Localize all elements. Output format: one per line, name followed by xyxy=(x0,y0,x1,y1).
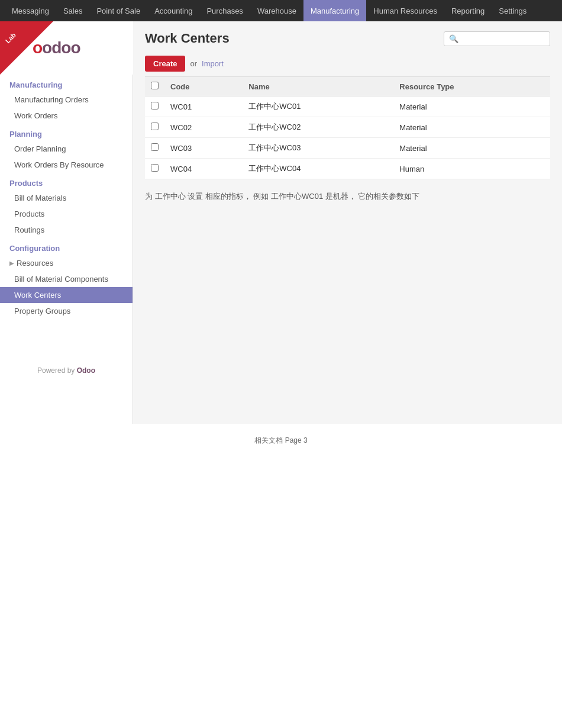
search-box[interactable]: 🔍 xyxy=(444,31,550,46)
table-header-row: Code Name Resource Type xyxy=(145,77,550,96)
row-code: WC04 xyxy=(164,159,243,179)
create-button[interactable]: Create xyxy=(145,56,185,72)
nav-item-settings[interactable]: Settings xyxy=(492,0,534,21)
logo-area: Lab oodoo xyxy=(0,21,133,75)
row-code: WC01 xyxy=(164,96,243,117)
sidebar-section-configuration: Configuration xyxy=(0,238,133,255)
sidebar-item-bill-of-materials[interactable]: Bill of Materials xyxy=(0,190,133,206)
sidebar-item-order-planning[interactable]: Order Planning xyxy=(0,141,133,157)
nav-item-messaging[interactable]: Messaging xyxy=(5,0,56,21)
top-navigation: Messaging Sales Point of Sale Accounting… xyxy=(0,0,562,21)
row-checkbox-cell[interactable] xyxy=(145,138,164,159)
row-checkbox-cell[interactable] xyxy=(145,159,164,179)
row-resource-type: Material xyxy=(393,138,550,159)
sidebar-section-planning: Planning xyxy=(0,124,133,141)
sidebar-section-manufacturing: Manufacturing xyxy=(0,75,133,92)
main-content: Work Centers 🔍 Create or Import Code xyxy=(133,21,562,424)
or-text: or xyxy=(190,59,197,68)
sidebar-item-routings[interactable]: Routings xyxy=(0,222,133,238)
table-row: WC04 工作中心WC04 Human xyxy=(145,159,550,179)
row-checkbox[interactable] xyxy=(151,102,159,109)
nav-item-purchases[interactable]: Purchases xyxy=(199,0,250,21)
col-resource-type: Resource Type xyxy=(393,77,550,96)
page-title: Work Centers xyxy=(145,31,230,46)
sidebar-section-products: Products xyxy=(0,173,133,190)
logo-text: oodoo xyxy=(33,38,80,57)
nav-item-accounting[interactable]: Accounting xyxy=(147,0,199,21)
row-name: 工作中心WC04 xyxy=(243,159,393,179)
nav-item-pos[interactable]: Point of Sale xyxy=(89,0,147,21)
col-code: Code xyxy=(164,77,243,96)
table-wrapper: Code Name Resource Type WC01 工作中心WC01 Ma… xyxy=(133,76,562,179)
row-name: 工作中心WC01 xyxy=(243,96,393,117)
app-container: Lab oodoo Manufacturing Manufacturing Or… xyxy=(0,21,562,424)
row-name: 工作中心WC02 xyxy=(243,117,393,138)
footer-note: 为 工作中心 设置 相应的指标， 例如 工作中心WC01 是机器， 它的相关参数… xyxy=(133,179,562,208)
resources-arrow-icon: ▶ xyxy=(9,260,14,266)
sidebar-item-work-orders[interactable]: Work Orders xyxy=(0,108,133,124)
row-name: 工作中心WC03 xyxy=(243,138,393,159)
nav-item-manufacturing[interactable]: Manufacturing xyxy=(303,0,366,21)
row-checkbox[interactable] xyxy=(151,164,159,172)
select-all-checkbox[interactable] xyxy=(151,82,159,89)
action-bar: Create or Import xyxy=(133,51,562,76)
sidebar-item-manufacturing-orders[interactable]: Manufacturing Orders xyxy=(0,92,133,108)
import-link[interactable]: Import xyxy=(202,59,224,68)
table-row: WC01 工作中心WC01 Material xyxy=(145,96,550,117)
page-header: Work Centers 🔍 xyxy=(133,21,562,51)
work-centers-table: Code Name Resource Type WC01 工作中心WC01 Ma… xyxy=(145,76,550,179)
nav-item-hr[interactable]: Human Resources xyxy=(366,0,444,21)
search-icon: 🔍 xyxy=(449,34,458,43)
nav-item-warehouse[interactable]: Warehouse xyxy=(250,0,303,21)
row-code: WC02 xyxy=(164,117,243,138)
powered-by-footer: Powered by Odoo xyxy=(0,319,133,381)
sidebar-item-resources[interactable]: ▶ Resources xyxy=(0,255,133,271)
sidebar-item-property-groups[interactable]: Property Groups xyxy=(0,303,133,319)
nav-item-sales[interactable]: Sales xyxy=(56,0,90,21)
col-name: Name xyxy=(243,77,393,96)
sidebar-item-work-centers[interactable]: Work Centers xyxy=(0,287,133,303)
row-checkbox-cell[interactable] xyxy=(145,96,164,117)
page-note: 相关文档 Page 3 xyxy=(0,424,562,452)
row-checkbox[interactable] xyxy=(151,123,159,130)
row-checkbox[interactable] xyxy=(151,143,159,151)
col-checkbox xyxy=(145,77,164,96)
row-resource-type: Material xyxy=(393,117,550,138)
sidebar: Lab oodoo Manufacturing Manufacturing Or… xyxy=(0,21,133,424)
sidebar-item-work-orders-by-resource[interactable]: Work Orders By Resource xyxy=(0,157,133,173)
row-checkbox-cell[interactable] xyxy=(145,117,164,138)
search-input[interactable] xyxy=(461,34,544,43)
sidebar-item-products[interactable]: Products xyxy=(0,206,133,222)
table-row: WC03 工作中心WC03 Material xyxy=(145,138,550,159)
row-code: WC03 xyxy=(164,138,243,159)
row-resource-type: Material xyxy=(393,96,550,117)
row-resource-type: Human xyxy=(393,159,550,179)
nav-item-reporting[interactable]: Reporting xyxy=(444,0,492,21)
table-row: WC02 工作中心WC02 Material xyxy=(145,117,550,138)
sidebar-item-bom-components[interactable]: Bill of Material Components xyxy=(0,271,133,287)
